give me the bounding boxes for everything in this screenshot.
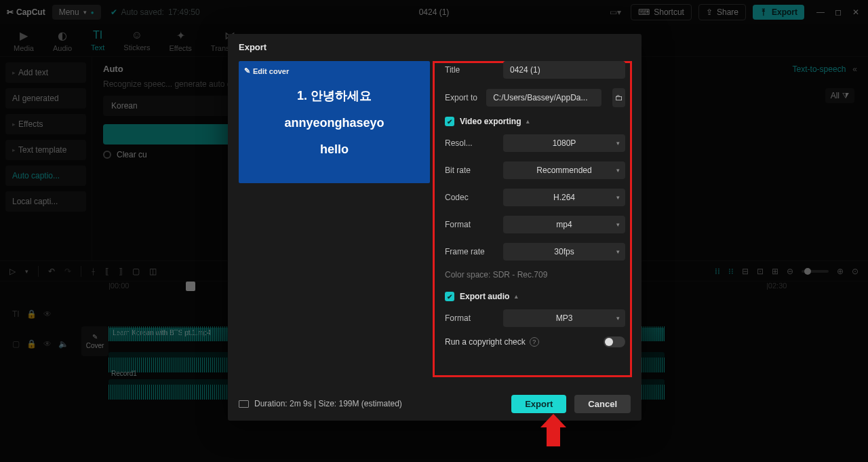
copyright-label: Run a copyright check (445, 337, 526, 347)
edit-cover-button[interactable]: ✎Edit cover (244, 66, 289, 75)
duration-info: Duration: 2m 9s | Size: 199M (estimated) (239, 399, 402, 408)
folder-icon: 🗀 (615, 93, 623, 102)
framerate-select[interactable]: 30fps▾ (503, 243, 625, 261)
browse-folder-button[interactable]: 🗀 (612, 88, 625, 107)
chevron-down-icon: ▾ (616, 221, 620, 228)
cover-line-3: hello (320, 142, 349, 157)
cover-preview: ✎Edit cover 1. 안녕하세요 annyeonghaseyo hell… (239, 61, 430, 183)
export-dialog: Export ✎Edit cover 1. 안녕하세요 annyeonghase… (228, 34, 642, 421)
checkbox-icon: ✔ (445, 292, 454, 301)
chevron-up-icon: ▴ (515, 293, 518, 300)
chevron-down-icon: ▾ (616, 248, 620, 255)
audio-format-label: Format (445, 313, 496, 323)
help-icon[interactable]: ? (530, 337, 539, 347)
resolution-label: Resol... (445, 138, 496, 148)
resolution-select[interactable]: 1080P▾ (503, 134, 625, 152)
chevron-down-icon: ▾ (616, 140, 620, 147)
cover-line-1: 1. 안녕하세요 (297, 88, 372, 104)
cancel-button[interactable]: Cancel (574, 395, 631, 413)
export-dialog-title: Export (228, 34, 642, 61)
codec-label: Codec (445, 193, 496, 202)
exportto-label: Export to (445, 93, 479, 102)
export-path-input[interactable] (486, 89, 601, 107)
format-label: Format (445, 220, 496, 229)
format-select[interactable]: mp4▾ (503, 216, 625, 233)
chevron-down-icon: ▾ (616, 315, 620, 322)
audio-format-select[interactable]: MP3▾ (503, 309, 625, 327)
chevron-up-icon: ▴ (526, 118, 530, 125)
pencil-icon: ✎ (244, 66, 250, 75)
bitrate-label: Bit rate (445, 166, 496, 175)
checkbox-icon: ✔ (445, 117, 454, 126)
chevron-down-icon: ▾ (616, 167, 620, 174)
film-icon (239, 400, 249, 408)
export-audio-section[interactable]: ✔ Export audio ▴ (445, 292, 625, 301)
bitrate-select[interactable]: Recommended▾ (503, 161, 625, 179)
codec-select[interactable]: H.264▾ (503, 189, 625, 206)
chevron-down-icon: ▾ (616, 194, 620, 201)
colorspace-text: Color space: SDR - Rec.709 (445, 270, 625, 280)
title-input[interactable] (503, 61, 625, 79)
title-label: Title (445, 65, 496, 75)
export-button[interactable]: Export (511, 395, 566, 413)
video-exporting-section[interactable]: ✔ Video exporting ▴ (445, 117, 625, 126)
framerate-label: Frame rate (445, 247, 496, 256)
copyright-toggle[interactable] (604, 336, 625, 347)
cover-line-2: annyeonghaseyo (284, 116, 384, 130)
